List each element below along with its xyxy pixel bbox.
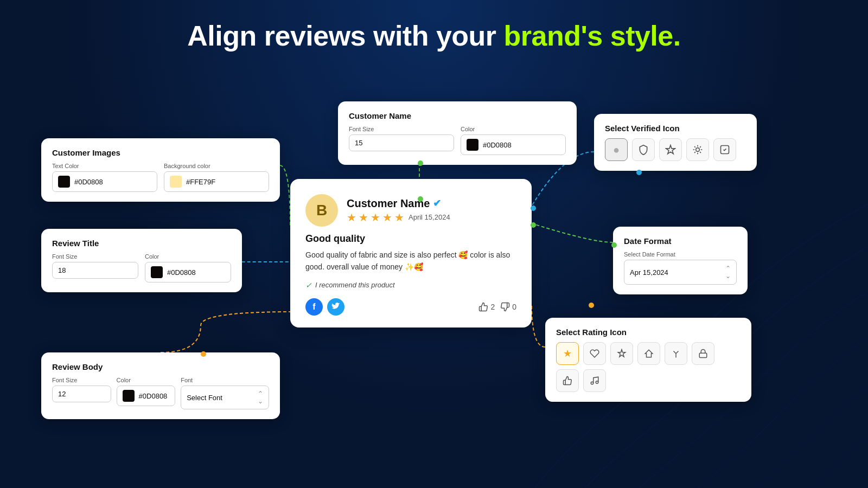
rb-font-value: Select Font [187,394,222,402]
dot-verified-card [531,206,536,211]
rt-color-swatch[interactable] [151,266,163,278]
review-card: B Customer Name ✔ ★ ★ ★ ★ ★ April 15,202… [290,179,532,328]
rb-font-select[interactable]: Select Font ⌃⌄ [181,386,269,409]
rb-color-value: #0D0808 [139,392,168,400]
verified-icon-row: ● [605,138,746,161]
facebook-icon[interactable]: f [305,298,323,316]
twitter-icon[interactable] [327,298,344,316]
verified-icon-btn-1[interactable] [632,138,655,161]
text-color-value: #0D0808 [74,178,103,186]
review-title-text: Good quality [305,233,516,245]
svg-rect-2 [699,353,707,357]
rating-icon-panel: Select Rating Icon ★ [545,318,751,402]
review-date: April 15,2024 [409,213,450,221]
dislikes-item[interactable]: 0 [500,302,516,312]
svg-point-3 [591,382,593,384]
text-color-label: Text Color [52,163,157,169]
recommend-text: I recommend this product [315,281,395,289]
svg-point-0 [696,148,700,152]
card-header: B Customer Name ✔ ★ ★ ★ ★ ★ April 15,202… [305,194,516,227]
rating-icon-btn-7[interactable] [583,369,606,392]
date-format-title: Date Format [624,236,737,246]
dot-customer-name-bottom [418,196,423,202]
bg-color-label: Background color [164,163,269,169]
customer-images-title: Customer Images [52,148,269,157]
dot-customer-name-top [418,160,423,166]
star-3: ★ [371,211,380,224]
date-format-value: Apr 15,2024 [630,268,668,277]
star-5: ★ [394,211,404,224]
recommend-row: ✓ I recommend this product [305,281,516,290]
card-verified-icon: ✔ [433,197,441,209]
rb-color-label: Color [117,377,176,383]
bg-color-value: #FFE79F [186,178,215,186]
rating-icon-btn-6[interactable] [556,369,579,392]
helpful-row: 2 0 [478,302,516,312]
verified-icon-title: Select Verified Icon [605,124,746,133]
rb-font-size-input[interactable]: 12 [52,386,111,402]
cn-color-value: #0D0808 [483,141,512,149]
customer-images-panel: Customer Images Text Color #0D0808 Backg… [41,138,280,202]
card-footer: f 2 0 [305,298,516,316]
svg-point-4 [596,381,598,384]
dot-review-body-orange [201,351,206,357]
check-icon: ✓ [305,281,312,290]
date-format-select[interactable]: Apr 15,2024 ⌃⌄ [624,260,737,285]
text-color-input[interactable]: #0D0808 [52,171,157,192]
likes-item[interactable]: 2 [478,302,495,312]
review-title-heading: Review Title [52,239,231,248]
date-format-label: Select Date Format [624,251,737,258]
social-icons: f [305,298,344,316]
cn-font-size-value: 15 [355,139,362,147]
rating-icon-btn-3[interactable] [637,342,660,365]
review-body-panel: Review Body Font Size 12 Color #0D0808 F… [41,352,280,419]
dislikes-count: 0 [512,303,516,311]
rt-color-input[interactable]: #0D0808 [145,262,231,282]
cn-font-size-input[interactable]: 15 [349,134,454,151]
verified-icon-btn-2[interactable] [659,138,682,161]
verified-icon-btn-0[interactable]: ● [605,138,628,161]
cn-color-label: Color [461,126,566,132]
likes-count: 2 [490,303,495,311]
rt-font-size-value: 18 [58,266,66,274]
text-color-swatch[interactable] [58,176,70,188]
rt-font-size-input[interactable]: 18 [52,262,138,279]
rb-color-swatch[interactable] [123,390,135,402]
title-highlight: brand's style. [504,20,681,52]
bg-color-swatch[interactable] [170,176,182,188]
verified-icon-panel: Select Verified Icon ● [594,114,757,171]
customer-name-panel: Customer Name Font Size 15 Color #0D0808 [338,101,577,165]
rating-icon-btn-5[interactable] [692,342,714,365]
dot-rating-orange [589,303,594,308]
date-format-panel: Date Format Select Date Format Apr 15,20… [613,227,748,294]
verified-icon-btn-4[interactable] [713,138,736,161]
rb-color-input[interactable]: #0D0808 [117,386,176,406]
star-1: ★ [347,211,356,224]
dot-verified-right [636,170,642,175]
rt-color-value: #0D0808 [167,268,196,277]
rb-font-label: Font [181,377,269,383]
avatar: B [305,194,338,227]
dot-date-panel [611,242,617,248]
review-body-text: Good quality of fabric and size is also … [305,249,516,273]
rating-icon-btn-4[interactable] [665,342,687,365]
cn-color-input[interactable]: #0D0808 [461,134,566,155]
star-4: ★ [382,211,392,224]
stars-row: ★ ★ ★ ★ ★ April 15,2024 [347,211,450,224]
rb-font-size-label: Font Size [52,377,111,383]
rt-color-label: Color [145,253,231,260]
rating-icon-btn-0[interactable]: ★ [556,342,579,365]
cn-font-size-label: Font Size [349,126,454,132]
star-2: ★ [359,211,368,224]
rating-icon-btn-1[interactable] [583,342,606,365]
rating-icon-title: Select Rating Icon [556,328,741,337]
date-format-arrow: ⌃⌄ [725,265,731,280]
rating-icon-btn-2[interactable] [610,342,633,365]
verified-icon-btn-3[interactable] [686,138,709,161]
cn-color-swatch[interactable] [467,139,478,151]
review-title-panel: Review Title Font Size 18 Color #0D0808 [41,229,242,292]
bg-color-input[interactable]: #FFE79F [164,171,269,192]
review-body-title: Review Body [52,362,269,371]
customer-name-title: Customer Name [349,111,566,120]
rt-font-size-label: Font Size [52,253,138,260]
